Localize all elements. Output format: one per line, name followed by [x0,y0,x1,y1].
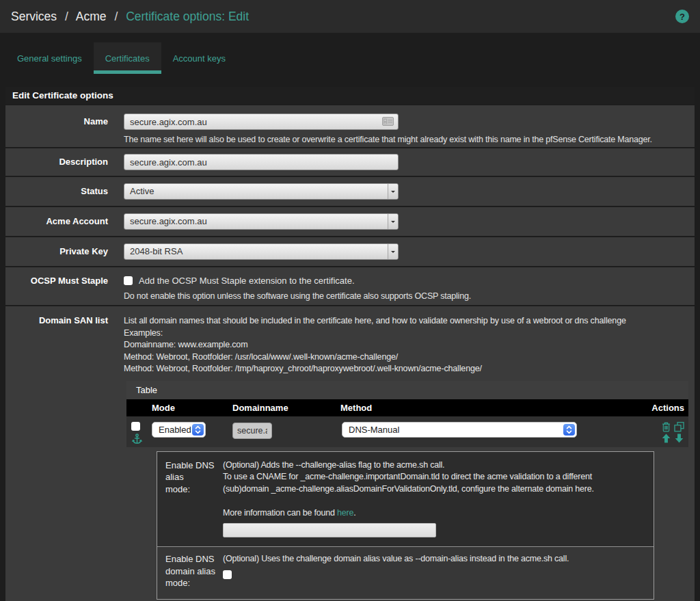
chevron-up-down-icon [563,424,575,436]
form-row-description: Description [5,147,695,176]
status-selected-value: Active [130,186,154,196]
form-row-status: Status Active [5,176,695,206]
contact-card-icon [382,117,394,128]
breadcrumb: Services / Acme / Certificate options: E… [11,10,249,24]
name-input[interactable] [124,113,399,130]
mode-selected-value: Enabled [159,425,191,435]
chevron-up-down-icon [192,424,204,436]
table-row: Enabled [126,416,688,447]
status-select[interactable]: Active [124,183,399,200]
row-select-checkbox[interactable] [131,422,140,431]
dns-alias-row: Enable DNS alias mode: (Optional) Adds t… [157,452,654,547]
dns-domain-alias-row: Enable DNS domain alias mode: (Optional)… [157,546,654,599]
domainname-input[interactable] [232,423,272,439]
dns-alias-subpanel: Enable DNS alias mode: (Optional) Adds t… [157,451,654,600]
private-key-selected-value: 2048-bit RSA [130,246,183,256]
column-header-method: Method [340,403,627,413]
form-row-acme-account: Acme Account secure.agix.com.au [5,206,695,236]
san-table: Table Mode Domainname Method Actions [126,381,688,447]
mode-select[interactable]: Enabled [152,422,206,438]
tab-certificates[interactable]: Certificates [94,42,161,74]
breadcrumb-subsection[interactable]: Acme [76,10,107,23]
help-icon[interactable]: ? [675,10,689,23]
method-selected-value: DNS-Manual [349,425,399,435]
acme-account-label: Acme Account [5,207,108,236]
edit-certificate-panel: Edit Certificate options Name The nam [5,87,695,601]
column-header-actions: Actions [627,403,688,413]
name-label: Name [5,105,108,147]
domain-san-label: Domain SAN list [5,306,108,601]
private-key-label: Private Key [5,237,108,266]
copy-icon[interactable] [674,422,684,432]
domain-san-description: List all domain names that should be inc… [124,315,695,375]
ocsp-checkbox[interactable] [124,276,133,285]
tab-bar: General settings Certificates Account ke… [5,42,695,74]
status-label: Status [5,177,108,206]
breadcrumb-separator: / [65,10,68,23]
name-help-text: The name set here will also be used to c… [124,135,695,144]
trash-icon[interactable] [661,422,671,432]
dns-alias-label: Enable DNS alias mode: [165,459,223,538]
form-row-ocsp: OCSP Must Staple Add the OCSP Must Stapl… [5,266,695,305]
dns-domain-alias-description: (Optional) Uses the challenge domain ali… [223,553,645,565]
breadcrumb-bar: Services / Acme / Certificate options: E… [0,0,700,33]
arrow-up-icon[interactable] [661,433,671,443]
dns-alias-more-info: More information can be found here. [223,495,645,519]
description-label: Description [5,148,108,176]
acme-account-selected-value: secure.agix.com.au [130,216,207,226]
method-select[interactable]: DNS-Manual [342,422,577,438]
private-key-select[interactable]: 2048-bit RSA [124,243,399,260]
acme-account-select[interactable]: secure.agix.com.au [124,213,399,230]
chevron-down-icon [388,214,398,229]
dns-domain-alias-label: Enable DNS domain alias mode: [165,553,223,589]
breadcrumb-section[interactable]: Services [11,10,57,23]
tab-general-settings[interactable]: General settings [5,42,94,74]
description-input[interactable] [124,154,399,170]
form-row-domain-san: Domain SAN list List all domain names th… [5,305,695,601]
san-table-title: Table [126,381,688,399]
arrow-down-icon[interactable] [674,433,684,443]
chevron-down-icon [388,244,398,259]
panel-title: Edit Certificate options [5,87,695,104]
dns-domain-alias-checkbox[interactable] [223,570,232,579]
ocsp-checkbox-label: Add the OCSP Must Staple extension to th… [139,276,355,286]
chevron-down-icon [388,184,398,199]
breadcrumb-separator: / [114,10,118,23]
dns-alias-input[interactable] [223,523,436,537]
ocsp-label: OCSP Must Staple [5,267,108,305]
form-row-private-key: Private Key 2048-bit RSA [5,236,695,266]
ocsp-help-text: Do not enable this option unless the sof… [124,291,695,301]
san-table-header: Mode Domainname Method Actions [126,399,688,416]
anchor-icon[interactable] [131,433,142,444]
form-row-name: Name The name set here will also be used… [5,104,695,147]
page-title: Certificate options: Edit [126,10,249,23]
tab-account-keys[interactable]: Account keys [161,42,237,74]
more-info-link[interactable]: here [337,508,353,518]
column-header-domainname: Domainname [232,403,340,413]
column-header-mode: Mode [152,403,232,413]
dns-alias-description: (Optional) Adds the --challenge-alias fl… [223,459,645,496]
